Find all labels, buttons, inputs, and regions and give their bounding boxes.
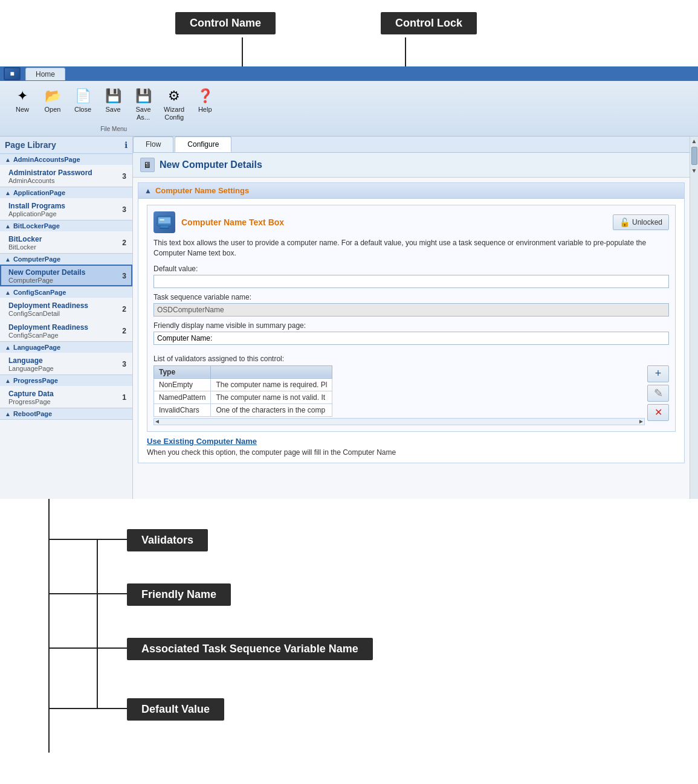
content-with-scroll: Flow Configure 🖥 New Computer Details ▲ …	[133, 137, 698, 499]
ribbon-bar: ■ Home ✦ New 📂 Open 📄 Close 💾	[0, 66, 698, 137]
tab-configure[interactable]: Configure	[175, 137, 231, 152]
sidebar-group-computer-arrow: ▲	[5, 256, 11, 263]
wizard-config-button[interactable]: ⚙ WizardConfig	[158, 83, 190, 124]
scroll-thumb[interactable]	[691, 147, 697, 165]
horizontal-scrollbar[interactable]: ◄ ►	[153, 418, 645, 425]
scroll-up-arrow[interactable]: ▲	[691, 138, 697, 144]
new-icon: ✦	[13, 86, 32, 106]
help-button[interactable]: ❓ Help	[190, 83, 220, 124]
sidebar-item-capture-data-sub: ProgressPage	[8, 398, 54, 405]
edit-validator-button[interactable]: ✎	[647, 385, 669, 402]
save-as-icon: 💾	[134, 86, 153, 106]
svg-rect-4	[160, 219, 164, 220]
sidebar-item-new-computer-details-num: 3	[122, 272, 126, 280]
sidebar-group-bitlocker-arrow: ▲	[5, 223, 11, 230]
validator-desc-1: The computer name is required. Pl	[211, 378, 332, 391]
sidebar-item-capture-data-title: Capture Data	[8, 390, 54, 398]
sidebar-group-application-arrow: ▲	[5, 190, 11, 196]
validator-type-2: NamedPattern	[154, 391, 211, 403]
help-label: Help	[198, 106, 212, 114]
sidebar-item-capture-data[interactable]: Capture Data ProgressPage 1	[0, 386, 132, 408]
friendly-name-input[interactable]	[153, 332, 669, 345]
delete-validator-button[interactable]: ✕	[647, 404, 669, 421]
sidebar-header: Page Library ℹ	[0, 137, 132, 154]
sidebar-group-computer-name: ComputerPage	[13, 255, 60, 263]
scroll-right-arrow[interactable]: ►	[638, 418, 644, 425]
sidebar-item-capture-data-num: 1	[122, 393, 126, 402]
sidebar-group-application-header[interactable]: ▲ ApplicationPage	[0, 187, 132, 198]
lock-status: Unlocked	[632, 218, 662, 227]
sidebar-item-admin-password-num: 3	[122, 172, 126, 181]
top-annotation-area: Control Name Control Lock	[0, 0, 698, 66]
sidebar-group-configscan-name: ConfigScanPage	[13, 289, 66, 296]
help-icon: ❓	[195, 86, 215, 106]
open-button[interactable]: 📂 Open	[37, 83, 68, 124]
sidebar-item-deployment-readiness-1[interactable]: Deployment Readiness ConfigScanDetail 2	[0, 298, 132, 320]
sidebar-group-reboot: ▲ RebootPage	[0, 408, 132, 420]
save-button[interactable]: 💾 Save	[98, 83, 128, 124]
default-value-input[interactable]	[153, 275, 669, 288]
close-button[interactable]: 📄 Close	[68, 83, 98, 124]
svg-rect-2	[161, 226, 168, 228]
validators-wrapper: Type NonEmpty The computer name is requ	[153, 365, 669, 425]
sidebar-title: Page Library	[5, 140, 124, 150]
office-button[interactable]: ■	[4, 67, 21, 80]
sidebar-item-new-computer-details[interactable]: New Computer Details ComputerPage 3	[0, 265, 132, 286]
close-label: Close	[74, 106, 91, 114]
sidebar-group-language-arrow: ▲	[5, 344, 11, 351]
tab-home[interactable]: Home	[25, 68, 65, 80]
table-row[interactable]: NamedPattern The computer name is not va…	[154, 391, 332, 403]
validators-buttons: + ✎ ✕	[647, 365, 669, 421]
sidebar-item-deployment-readiness-1-num: 2	[122, 305, 126, 313]
bracket-right-line	[97, 539, 98, 708]
scroll-down-arrow[interactable]: ▼	[691, 167, 697, 174]
sidebar-group-reboot-arrow: ▲	[5, 411, 11, 417]
sidebar-item-bitlocker-title: BitLocker	[8, 235, 42, 243]
control-name-line	[242, 37, 243, 68]
sidebar-item-admin-password[interactable]: Administrator Password AdminAccounts 3	[0, 165, 132, 187]
tab-flow[interactable]: Flow	[133, 137, 173, 152]
validators-table: Type NonEmpty The computer name is requ	[153, 365, 332, 417]
computer-name-settings-header: ▲ Computer Name Settings	[138, 183, 684, 199]
table-row[interactable]: InvalidChars One of the characters in th…	[154, 403, 332, 416]
add-validator-button[interactable]: +	[647, 365, 669, 382]
validators-table-wrapper: Type NonEmpty The computer name is requ	[153, 365, 645, 425]
new-label: New	[16, 106, 29, 114]
content-header: 🖥 New Computer Details	[133, 153, 690, 178]
lock-button[interactable]: 🔓 Unlocked	[613, 214, 669, 230]
sidebar-item-bitlocker-num: 2	[122, 239, 126, 247]
new-button[interactable]: ✦ New	[7, 83, 37, 124]
task-var-input[interactable]	[153, 303, 669, 316]
sidebar-group-reboot-header[interactable]: ▲ RebootPage	[0, 408, 132, 419]
save-as-button[interactable]: 💾 SaveAs...	[128, 83, 158, 124]
sidebar-group-language-header[interactable]: ▲ LanguagePage	[0, 342, 132, 353]
table-row[interactable]: NonEmpty The computer name is required. …	[154, 378, 332, 391]
validator-desc-2: The computer name is not valid. It	[211, 391, 332, 403]
validators-annotation: Validators	[127, 529, 208, 551]
sidebar-group-progress-header[interactable]: ▲ ProgressPage	[0, 375, 132, 386]
validators-section: List of validators assigned to this cont…	[153, 355, 669, 425]
control-box: Computer Name Text Box 🔓 Unlocked This t…	[147, 205, 676, 432]
sidebar-item-bitlocker[interactable]: BitLocker BitLocker 2	[0, 231, 132, 253]
sidebar-group-admin-header[interactable]: ▲ AdminAccountsPage	[0, 154, 132, 165]
bottom-annotations: Validators Friendly Name Associated Task…	[0, 499, 698, 777]
sidebar-item-deployment-readiness-2[interactable]: Deployment Readiness ConfigScanPage 2	[0, 320, 132, 341]
sidebar-item-language[interactable]: Language LanguagePage 3	[0, 353, 132, 374]
control-name: Computer Name Text Box	[181, 217, 284, 227]
sidebar-group-configscan-arrow: ▲	[5, 289, 11, 296]
control-name-annotation: Control Name	[175, 12, 276, 34]
sidebar-group-computer-header[interactable]: ▲ ComputerPage	[0, 254, 132, 265]
scroll-left-arrow[interactable]: ◄	[154, 418, 160, 425]
sidebar-item-language-title: Language	[8, 356, 54, 365]
sidebar-group-bitlocker-header[interactable]: ▲ BitLockerPage	[0, 220, 132, 231]
content-header-icon: 🖥	[140, 158, 155, 172]
use-existing-link[interactable]: Use Existing Computer Name	[147, 437, 676, 446]
save-label: Save	[105, 106, 120, 114]
sidebar-info-icon[interactable]: ℹ	[124, 140, 128, 150]
section-title: Computer Name Settings	[155, 186, 249, 195]
vertical-scrollbar[interactable]: ▲ ▼	[690, 137, 698, 499]
sidebar-item-deployment-readiness-2-sub: ConfigScanPage	[8, 332, 88, 339]
sidebar-group-configscan-header[interactable]: ▲ ConfigScanPage	[0, 287, 132, 298]
main-layout: Page Library ℹ ▲ AdminAccountsPage Admin…	[0, 137, 698, 499]
sidebar-item-install-programs[interactable]: Install Programs ApplicationPage 3	[0, 198, 132, 220]
